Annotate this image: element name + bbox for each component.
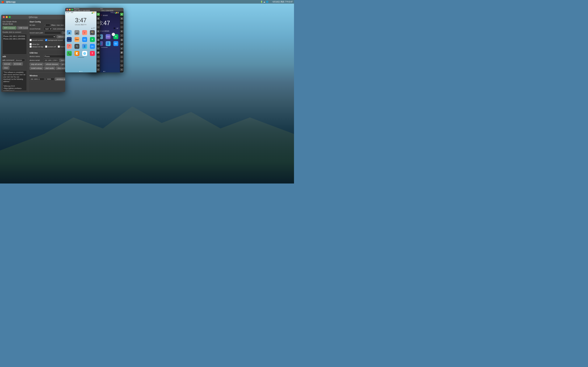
sidebar-btn-fullscreen-2[interactable]: ⊞: [120, 17, 123, 20]
show-fps-checkbox[interactable]: [30, 43, 32, 45]
record-screen-checkbox-item[interactable]: record screen: [30, 39, 43, 41]
show-fps-checkbox-item[interactable]: show fps: [30, 43, 39, 45]
app-qq-1[interactable]: QQ: [82, 37, 87, 42]
install-sndcpy-button[interactable]: install sndcpy: [30, 67, 43, 70]
background-record-checkbox[interactable]: [45, 39, 47, 41]
sidebar-btn-hidden-2[interactable]: 👁̶: [120, 34, 123, 37]
wireless-ip-input[interactable]: [30, 78, 44, 81]
app-toutiao-1[interactable]: T: [90, 51, 95, 56]
sidebar-btn-square-1[interactable]: □: [97, 55, 100, 58]
app-music-1[interactable]: ♪: [82, 30, 87, 35]
save-path-input[interactable]: [44, 31, 61, 34]
start-server-button[interactable]: start server: [59, 59, 65, 62]
refresh-script-button[interactable]: refresh script: [57, 35, 65, 38]
sidebar-btn-cut-1[interactable]: ✂: [97, 68, 100, 71]
sidebar-btn-fullscreen-1[interactable]: ⊞: [97, 17, 100, 20]
refresh-devices-button[interactable]: refresh devices: [44, 63, 60, 66]
app-weather-1[interactable]: ☁: [67, 30, 72, 35]
sidebar-btn-shutdown-1[interactable]: ⏻: [97, 38, 100, 41]
screen-off-checkbox[interactable]: [45, 46, 47, 48]
mode-section: Use Simple Mode Simple Mode: [2, 21, 27, 25]
screen-off-checkbox-item[interactable]: screen-off: [45, 46, 56, 48]
terminate-button[interactable]: terminate: [12, 62, 23, 66]
phone-1-home-indicator[interactable]: [78, 57, 84, 58]
frameless-checkbox-item[interactable]: frameless: [58, 46, 65, 48]
device-name-row: device name: update name: [30, 55, 65, 58]
close-button[interactable]: [3, 16, 5, 18]
app-seal-1[interactable]: Seal: [75, 37, 79, 42]
script-select[interactable]: [30, 35, 56, 38]
sidebar-btn-back-1[interactable]: ◁: [97, 64, 100, 67]
sidebar-btn-back-2[interactable]: ◁: [120, 64, 123, 67]
device-item-2[interactable]: Phone-192.168.2.239:5555: [3, 38, 26, 40]
app-qq-2[interactable]: QQ: [90, 44, 95, 49]
sidebar-btn-power-2[interactable]: ●: [120, 13, 123, 16]
app-map-1[interactable]: 高德: [67, 37, 72, 42]
wireless-port-input[interactable]: [46, 78, 54, 81]
clear-button[interactable]: clear: [2, 66, 9, 69]
sidebar-btn-clipboard-2[interactable]: 🗐: [120, 51, 123, 54]
record-format-select[interactable]: mp4 mkv: [44, 27, 52, 31]
get-device-ip-button[interactable]: get device IP: [60, 63, 65, 66]
app-notes-1[interactable]: 📝: [75, 51, 79, 56]
log-area: "This software is completely open source…: [2, 70, 27, 91]
sidebar-btn-record-2[interactable]: ○: [120, 25, 123, 28]
device-name-input[interactable]: [44, 55, 65, 58]
always-on-top-checkbox-item[interactable]: always on top: [30, 46, 43, 48]
app-chrome-1[interactable]: 🌐: [82, 51, 87, 56]
phone2-app-notes[interactable]: 云笔记: [106, 34, 111, 39]
frameless-checkbox[interactable]: [58, 46, 60, 48]
maximize-button[interactable]: [9, 16, 11, 18]
sidebar-btn-vol-up-1[interactable]: 🔊: [97, 43, 100, 46]
sidebar-btn-expand-1[interactable]: ↓: [97, 21, 100, 24]
sidebar-btn-vol-down-1[interactable]: 🔉: [97, 47, 100, 50]
device-item-1[interactable]: Phone-192.168.2.109:5555: [3, 35, 26, 38]
app-wechat-1[interactable]: 微: [90, 37, 95, 42]
sidebar-btn-vol-down-2[interactable]: 🔉: [120, 47, 123, 50]
phone-1-app-grid-2: 高德 Seal QQ 微: [65, 36, 96, 43]
minimize-button[interactable]: [6, 16, 8, 18]
app-contacts-1[interactable]: 👤: [82, 44, 87, 49]
sidebar-btn-cut-2[interactable]: ✂: [120, 68, 123, 71]
phone-1-minimize[interactable]: [69, 9, 70, 10]
sidebar-btn-visible-1[interactable]: 👁: [97, 30, 100, 33]
always-on-top-checkbox[interactable]: [30, 46, 32, 48]
sidebar-btn-record-1[interactable]: ○: [97, 25, 100, 28]
app-music-2[interactable]: 🎵: [67, 44, 72, 49]
sidebar-btn-expand-2[interactable]: ↓: [120, 21, 123, 24]
stop-all-server-button[interactable]: stop all server: [30, 63, 44, 66]
phone-1-status-dots: [92, 12, 93, 14]
sidebar-btn-visible-2[interactable]: 👁: [120, 30, 123, 33]
adb-command-input[interactable]: [15, 59, 25, 62]
phone-1-close[interactable]: [66, 9, 68, 10]
app-camera-1[interactable]: 📸: [90, 30, 95, 35]
phone2-app-contacts[interactable]: 👤: [106, 41, 111, 46]
device-serial-input[interactable]: [44, 59, 58, 62]
sidebar-btn-clipboard-1[interactable]: 🗐: [97, 51, 100, 54]
phone2-app-qq[interactable]: QQ: [113, 41, 118, 46]
app-camera-2[interactable]: 📷: [75, 44, 79, 49]
phone-1-maximize[interactable]: [71, 9, 73, 10]
app-phone-1[interactable]: 📞: [67, 51, 72, 56]
server-btn-group: stop all server refresh devices get devi…: [30, 63, 65, 66]
sidebar-btn-circle-1[interactable]: ○: [97, 60, 100, 63]
phone-1-green-dot: [92, 12, 93, 14]
app-album-1[interactable]: 📷: [75, 30, 79, 35]
sidebar-btn-hidden-1[interactable]: 👁̶: [97, 34, 100, 37]
sidebar-btn-circle-2[interactable]: ○: [120, 60, 123, 63]
bitrate-input[interactable]: [44, 24, 50, 26]
start-audio-button[interactable]: start audio: [44, 67, 55, 70]
background-record-checkbox-item[interactable]: background record: [45, 39, 63, 41]
phone-2-home-indicator[interactable]: [101, 47, 108, 48]
wifi-connect-button[interactable]: WIFI Connect: [2, 26, 17, 30]
execute-button[interactable]: execute: [2, 62, 12, 66]
record-screen-checkbox[interactable]: [30, 39, 32, 41]
stop-audio-button[interactable]: stop audio: [56, 67, 65, 70]
sidebar-btn-power-1[interactable]: ●: [97, 13, 100, 16]
sidebar-btn-square-2[interactable]: □: [120, 55, 123, 58]
phone-1-weather-icon: ☁ 32°: [91, 27, 95, 29]
sidebar-btn-shutdown-2[interactable]: ⏻: [120, 38, 123, 41]
sidebar-btn-vol-up-2[interactable]: 🔊: [120, 43, 123, 46]
select-path-button[interactable]: select path: [62, 31, 65, 34]
wireless-connect-button[interactable]: wireless connect: [55, 77, 65, 81]
